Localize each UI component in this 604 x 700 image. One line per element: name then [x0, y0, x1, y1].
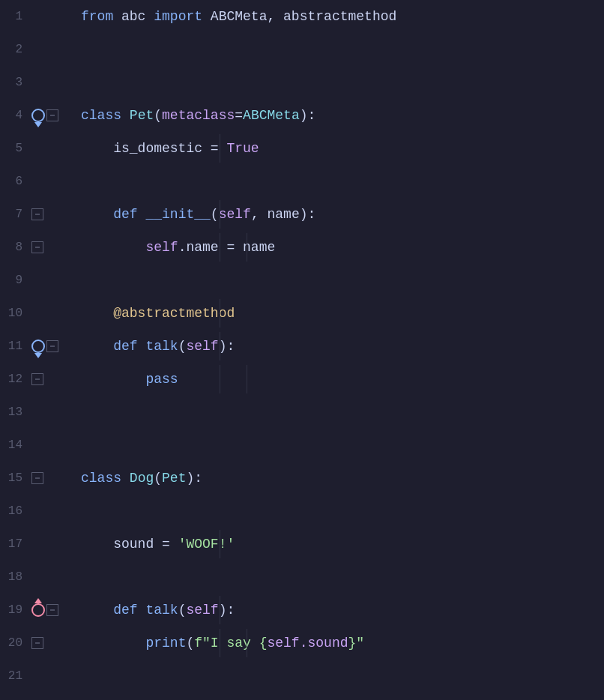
- token-decorator: @abstractmethod: [81, 297, 235, 330]
- gutter-row: 9: [0, 264, 75, 297]
- token-plain: [138, 594, 146, 627]
- gutter-row: 11: [0, 330, 75, 363]
- code-line: [81, 429, 604, 462]
- gutter-icons: [28, 109, 75, 122]
- token-kw: import: [154, 0, 202, 33]
- code-editor: 123456789101112131415161718192021 from a…: [0, 0, 604, 700]
- code-line: def talk(self):: [81, 594, 604, 627]
- token-cls: Dog: [130, 462, 154, 495]
- line-number: 6: [0, 165, 28, 198]
- line-number: 17: [0, 528, 28, 561]
- token-plain: [81, 627, 145, 660]
- gutter-row: 13: [0, 396, 75, 429]
- line-number: 19: [0, 594, 28, 627]
- code-line: [81, 396, 604, 429]
- token-param: self: [186, 330, 218, 363]
- breakpoint-blue-down-icon[interactable]: [31, 340, 45, 353]
- code-line: print(f"I say {self.sound}": [81, 627, 604, 660]
- token-plain: (: [154, 99, 162, 132]
- token-fn-name: __init__: [145, 198, 210, 231]
- gutter-row: 6: [0, 165, 75, 198]
- token-kw-ctrl: True: [226, 132, 259, 165]
- gutter-row: 20: [0, 627, 75, 660]
- breakpoint-blue-down-icon[interactable]: [31, 109, 45, 122]
- code-line: [81, 264, 604, 297]
- code-line: [81, 165, 604, 198]
- gutter-row: 1: [0, 0, 75, 33]
- gutter-row: 10: [0, 297, 75, 330]
- token-plain: , name):: [251, 198, 315, 231]
- gutter-row: 16: [0, 495, 75, 528]
- indent-guide: [220, 233, 220, 262]
- gutter-row: 12: [0, 363, 75, 396]
- gutter-icons: [28, 340, 75, 353]
- indent-guide: [220, 200, 220, 229]
- gutter-row: 17: [0, 528, 75, 561]
- token-plain: [81, 363, 145, 396]
- fold-icon[interactable]: [46, 109, 58, 121]
- gutter-row: 7: [0, 198, 75, 231]
- gutter-row: 15: [0, 462, 75, 495]
- code-area: from abc import ABCMeta, abstractmethodc…: [75, 0, 604, 700]
- token-plain: (: [211, 198, 219, 231]
- token-plain: (: [178, 330, 187, 363]
- indent-guide-2: [247, 365, 247, 393]
- token-kw: pass: [145, 363, 178, 396]
- line-gutter: 123456789101112131415161718192021: [0, 0, 75, 700]
- token-plain: (: [154, 462, 162, 495]
- fold-icon[interactable]: [46, 604, 58, 616]
- token-kw: def: [113, 330, 137, 363]
- token-fstring: f"I say {: [194, 627, 267, 660]
- code-line: from abc import ABCMeta, abstractmethod: [81, 0, 604, 33]
- token-plain: sound =: [81, 528, 178, 561]
- fold-icon[interactable]: [31, 472, 43, 484]
- gutter-icons: [28, 637, 75, 649]
- fold-icon[interactable]: [31, 241, 43, 253]
- fold-icon[interactable]: [31, 637, 43, 649]
- gutter-row: 5: [0, 132, 75, 165]
- token-cls: Pet: [130, 99, 154, 132]
- line-number: 4: [0, 99, 28, 132]
- token-plain: ):: [219, 594, 235, 627]
- indent-guide: [220, 629, 220, 657]
- line-number: 3: [0, 66, 28, 99]
- token-param: self: [186, 594, 218, 627]
- gutter-icons: [28, 472, 75, 484]
- token-plain: [81, 231, 145, 264]
- token-meta-kw: metaclass: [162, 99, 235, 132]
- gutter-row: 2: [0, 33, 75, 66]
- line-number: 9: [0, 264, 28, 297]
- token-param: self: [145, 231, 178, 264]
- token-kw: class: [81, 462, 121, 495]
- token-fstring-var: self.sound: [267, 627, 348, 660]
- token-plain: [121, 99, 130, 132]
- token-fstring: }": [348, 627, 365, 660]
- line-number: 16: [0, 495, 28, 528]
- fold-icon[interactable]: [46, 340, 58, 352]
- code-line: [81, 33, 604, 66]
- code-line: def __init__(self, name):: [81, 198, 604, 231]
- token-plain: (: [186, 627, 194, 660]
- gutter-row: 4: [0, 99, 75, 132]
- line-number: 5: [0, 132, 28, 165]
- gutter-icons: [28, 603, 75, 617]
- fold-icon[interactable]: [31, 208, 43, 220]
- line-number: 2: [0, 33, 28, 66]
- fold-icon[interactable]: [31, 373, 43, 385]
- token-kw: class: [81, 99, 121, 132]
- breakpoint-red-up-icon[interactable]: [31, 603, 45, 617]
- indent-guide: [220, 134, 220, 163]
- token-kw: print: [145, 627, 186, 660]
- indent-guide: [220, 299, 220, 328]
- line-number: 8: [0, 231, 28, 264]
- gutter-row: 18: [0, 561, 75, 594]
- indent-guide-2: [247, 629, 247, 657]
- gutter-row: 3: [0, 66, 75, 99]
- line-number: 11: [0, 330, 28, 363]
- token-plain: ):: [219, 330, 235, 363]
- token-plain: [81, 198, 113, 231]
- token-fn-name: talk: [145, 330, 178, 363]
- line-number: 13: [0, 396, 28, 429]
- code-line: def talk(self):: [81, 330, 604, 363]
- indent-guide: [220, 596, 220, 624]
